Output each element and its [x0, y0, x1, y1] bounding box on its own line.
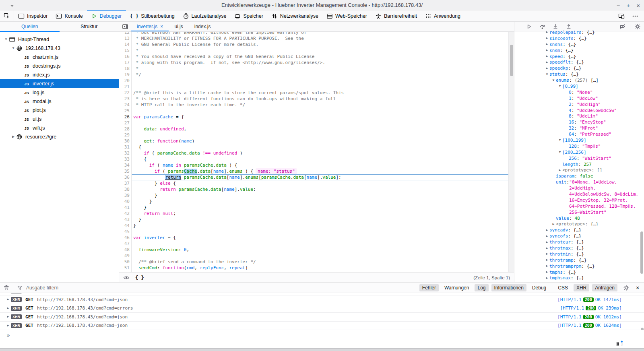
minimize-button[interactable]: − [617, 2, 620, 8]
line-number[interactable]: 13 [119, 35, 132, 41]
pretty-print-icon[interactable]: { } [135, 275, 144, 281]
gear-icon[interactable] [634, 23, 641, 30]
scope-row[interactable]: 8: "UdcLim" [514, 113, 644, 119]
scope-row[interactable]: ▶throtmin: {…} [514, 251, 644, 257]
devtools-tab-console[interactable]: Konsole [52, 10, 87, 21]
scope-row[interactable]: ▼[200…256] [514, 149, 644, 155]
scope-row[interactable]: ▶throtramprpm: {…} [514, 263, 644, 269]
request-url[interactable]: http://192.168.178.43/cmd?cmd=json [37, 323, 128, 328]
line-number[interactable]: 47 [119, 241, 132, 247]
line-number[interactable]: 36 [119, 174, 132, 180]
scope-row[interactable]: 256: "WaitStart" [514, 155, 644, 161]
editor-scrollbar[interactable] [508, 32, 514, 272]
filter-toggle-informationen[interactable]: Informationen [491, 284, 526, 291]
twisty-r-icon[interactable]: ▶ [545, 37, 549, 40]
twisty-d-icon[interactable]: ▼ [557, 138, 562, 142]
scope-row[interactable]: ▶speedkp: {…} [514, 65, 644, 71]
scope-row[interactable]: unit:"0=None, 1=UdcLow, [514, 179, 644, 185]
close-button[interactable]: × [636, 2, 640, 8]
code-viewport[interactable]: 12 * but WITHOUT ANY WARRANTY; without e… [119, 32, 514, 272]
line-number[interactable]: 41 [119, 204, 132, 211]
twisty-r-icon[interactable]: ▶ [545, 277, 549, 280]
devtools-tab-inspector[interactable]: Inspektor [14, 10, 52, 21]
line-number[interactable]: 17 [119, 60, 132, 66]
filter-toggle-anfragen[interactable]: Anfragen [592, 284, 617, 291]
line-number[interactable]: 45 [119, 229, 132, 235]
twisty-r-icon[interactable]: ▶ [545, 43, 549, 46]
line-number[interactable]: 23 [119, 96, 132, 102]
line-number[interactable]: 25 [119, 108, 132, 114]
line-number[interactable]: 52 [119, 271, 132, 272]
twisty-r-icon[interactable]: ▶ [545, 229, 549, 232]
devtools-tab-performance[interactable]: Laufzeitanalyse [179, 10, 231, 21]
line-number[interactable]: 29 [119, 132, 132, 138]
scrollbar-thumb[interactable] [640, 231, 643, 274]
line-number[interactable]: 37 [119, 180, 132, 186]
line-number[interactable]: 49 [119, 253, 132, 259]
scope-row[interactable]: isparam: false [514, 173, 644, 179]
line-number[interactable]: 34 [119, 162, 132, 168]
pick-element-button[interactable] [0, 10, 14, 21]
line-number[interactable]: 35 [119, 168, 132, 174]
line-number[interactable]: 20 [119, 78, 132, 84]
line-number[interactable]: 51 [119, 265, 132, 271]
meatball-menu-icon[interactable] [632, 13, 638, 19]
caret-down-icon[interactable] [9, 3, 15, 9]
scope-row[interactable]: ▶throtramp: {…} [514, 257, 644, 263]
devtools-tab-accessibility[interactable]: Barrierefreiheit [371, 10, 421, 21]
twisty-r-icon[interactable]: ▶ [545, 61, 549, 64]
console-output[interactable]: ▶XHRGEThttp://192.168.178.43/cmd?cmd=jso… [0, 293, 644, 330]
request-url[interactable]: http://192.168.178.43/cmd?cmd=json [37, 293, 128, 293]
source-tree-item-docstrings.js[interactable]: JSdocstrings.js [0, 62, 119, 70]
scope-row[interactable]: 16: "EmcyStop" [514, 119, 644, 125]
source-tree-item-modal.js[interactable]: JSmodal.js [0, 97, 119, 106]
twisty-down-icon[interactable]: ▼ [10, 47, 16, 50]
twisty-r-icon[interactable]: ▶ [545, 241, 549, 244]
line-number[interactable]: 19 [119, 72, 132, 78]
stepover-icon[interactable] [539, 23, 545, 30]
filter-toggle-xhr[interactable]: XHR [574, 284, 589, 291]
maximize-button[interactable]: + [626, 2, 630, 8]
scope-row[interactable]: ▶syncofs: {…} [514, 233, 644, 239]
line-number[interactable]: 27 [119, 120, 132, 126]
devtools-tab-application[interactable]: Anwendung [421, 10, 464, 21]
scope-row[interactable]: 0: "None" [514, 89, 644, 95]
console-filter-input[interactable]: Ausgabe filtern [17, 285, 416, 291]
twisty-d-icon[interactable]: ▼ [551, 79, 556, 82]
expand-row-icon[interactable]: ▶ [5, 298, 11, 301]
devtools-tab-storage[interactable]: Web-Speicher [322, 10, 371, 21]
console-log-row[interactable]: ▶XHRGEThttp://192.168.178.43/cmd?cmd=err… [0, 304, 644, 313]
scope-row[interactable]: 1: "UdcLow" [514, 95, 644, 101]
source-tree-item-inverter.js[interactable]: JSinverter.js [0, 79, 119, 88]
source-tree-item-resource://gre[interactable]: ▶resource://gre [0, 132, 119, 141]
line-number[interactable]: 33 [119, 156, 132, 162]
line-number[interactable]: 14 [119, 41, 132, 47]
scope-row[interactable]: ▶speed: {…} [514, 54, 644, 60]
source-tab-ui.js[interactable]: ui.js [169, 22, 188, 31]
close-tab-icon[interactable]: × [160, 24, 163, 29]
scope-row[interactable]: ▶snshs: {…} [514, 41, 644, 47]
devtools-tab-debugger[interactable]: Debugger [87, 10, 126, 21]
scope-row[interactable]: 32: "MProt" [514, 125, 644, 131]
stepin-icon[interactable] [552, 23, 559, 30]
scope-row[interactable]: 64: "PotPressed" [514, 131, 644, 137]
scope-row[interactable]: value: 48 [514, 215, 644, 221]
clear-console-icon[interactable] [3, 285, 10, 291]
line-number[interactable]: 50 [119, 259, 132, 265]
twisty-r-icon[interactable]: ▶ [557, 169, 562, 172]
console-log-row[interactable]: ▶XHRGEThttp://192.168.178.43/cmd?cmd=jso… [0, 295, 644, 304]
console-settings-gear-icon[interactable] [623, 285, 630, 291]
twisty-r-icon[interactable]: ▶ [545, 252, 549, 256]
scope-row[interactable]: length: 257 [514, 161, 644, 167]
blackbox-eye-icon[interactable] [123, 275, 130, 281]
scope-row[interactable]: ▶<prototype>: [] [514, 167, 644, 173]
source-tree-item-192.168.178.43[interactable]: ▼192.168.178.43 [0, 44, 119, 53]
source-tree-item-log.js[interactable]: JSlog.js [0, 88, 119, 97]
source-tree-item-Haupt-Thread[interactable]: ▼Haupt-Thread [0, 35, 119, 44]
line-number[interactable]: 18 [119, 66, 132, 72]
scope-row[interactable]: ▶<prototype>: {…} [514, 221, 644, 227]
scope-row[interactable]: ▶speedflt: {…} [514, 59, 644, 65]
twisty-down-icon[interactable]: ▼ [3, 38, 9, 41]
console-log-row[interactable]: ▶XHRGEThttp://192.168.178.43/cmd?cmd=jso… [0, 322, 644, 330]
line-number[interactable]: 28 [119, 126, 132, 132]
